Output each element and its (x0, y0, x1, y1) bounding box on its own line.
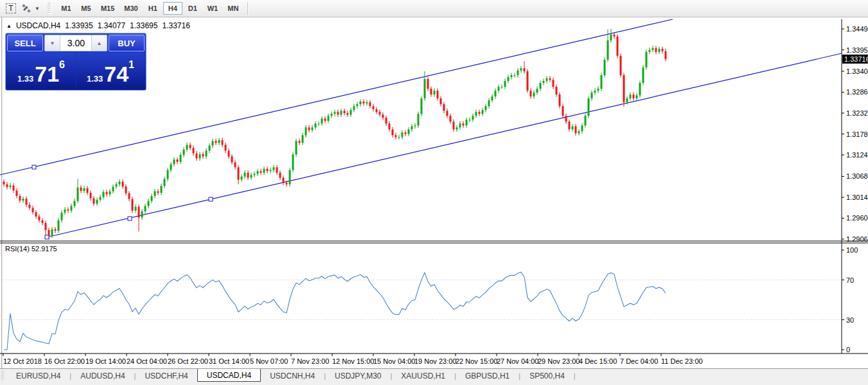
bid-prefix: 1.33 (17, 74, 33, 84)
price-axis-label: 1.32860 (846, 88, 868, 96)
toolbar-separator (247, 2, 249, 15)
chart-tabs-bar: EURUSD,H4 | AUDUSD,H4 | USDCHF,H4 USDCAD… (0, 368, 868, 382)
bid-big-digits: 71 (35, 64, 59, 84)
tab-usdjpy[interactable]: USDJPY,M30 (326, 369, 390, 382)
tab-xauusd[interactable]: XAUUSD,H1 (392, 369, 454, 382)
text-tool-icon: T (6, 3, 16, 13)
channel-handle[interactable] (209, 197, 213, 201)
time-axis-label: 7 Dec 04:00 (620, 357, 658, 365)
ask-pipette: 1 (128, 54, 134, 76)
rsi-axis-label: 30 (846, 316, 854, 324)
time-axis-label: 26 Oct 22:00 (168, 357, 208, 365)
tab-separator: | (574, 369, 576, 382)
tf-button-m5[interactable]: M5 (76, 2, 96, 15)
tab-audusd[interactable]: AUDUSD,H4 (71, 369, 134, 382)
chart-area[interactable]: 1.344951.339551.334001.328601.323201.317… (0, 17, 868, 368)
tab-usdchf[interactable]: USDCHF,H4 (136, 369, 197, 382)
price-axis-label: 1.30685 (846, 172, 868, 180)
channel-handle[interactable] (128, 217, 132, 220)
current-price-value: 1.33716 (844, 55, 868, 63)
time-axis-label: 11 Dec 23:00 (661, 357, 703, 365)
channel-handle[interactable] (32, 165, 36, 169)
tf-button-m1[interactable]: M1 (57, 2, 76, 15)
time-axis-label: 19 Nov 23:00 (414, 357, 456, 365)
time-axis-label: 7 Nov 23:00 (291, 357, 329, 365)
rsi-axis-label: 100 (846, 246, 858, 254)
time-axis-label: 19 Oct 14:00 (85, 357, 126, 365)
symbol-header: ▲ USDCAD,H4 1.33935 1.34077 1.33695 1.33… (6, 21, 190, 30)
objects-arrows-icon (21, 3, 31, 13)
symbol-triangle-icon: ▲ (6, 23, 12, 29)
rsi-axis-label: 70 (846, 276, 854, 284)
volume-stepper: ▼ 3.00 ▲ (44, 35, 107, 51)
objects-tool-button[interactable] (19, 2, 33, 15)
tf-button-h4-active[interactable]: H4 (163, 2, 182, 15)
time-axis-label: 12 Nov 15:00 (332, 357, 374, 365)
buy-button[interactable]: BUY (109, 35, 145, 51)
price-axis-label: 1.29065 (846, 235, 868, 243)
toolbar-grip[interactable] (48, 3, 51, 14)
tf-button-d1[interactable]: D1 (183, 2, 202, 15)
price-axis-label: 1.31780 (846, 130, 868, 138)
time-axis-label: 29 Nov 23:00 (538, 357, 580, 365)
time-axis-label: 16 Oct 22:00 (44, 357, 85, 365)
price-axis-label: 1.34495 (846, 25, 868, 33)
ohlc-close: 1.33716 (162, 21, 190, 30)
text-label-tool-button[interactable]: T (4, 2, 18, 15)
rsi-axis-label: 0 (846, 346, 850, 354)
price-axis-label: 1.31240 (846, 151, 868, 159)
one-click-trading-panel: SELL ▼ 3.00 ▲ BUY 1.33 71 6 1.33 74 1 (5, 33, 146, 91)
time-axis-label: 5 Nov 07:00 (250, 357, 288, 365)
tf-button-h1[interactable]: H1 (143, 2, 163, 15)
time-axis-label: 31 Oct 14:00 (209, 357, 249, 365)
time-axis-label: 15 Nov 04:00 (373, 357, 415, 365)
bid-price-display[interactable]: 1.33 71 6 (7, 53, 75, 89)
rsi-indicator-label: RSI(14) 52.9175 (5, 245, 57, 253)
chevron-down-icon[interactable]: ▼ (35, 6, 40, 12)
volume-input[interactable]: 3.00 (60, 35, 91, 51)
ohlc-low: 1.33695 (130, 21, 157, 30)
tab-sp500[interactable]: SP500,H4 (520, 369, 574, 382)
tab-eurusd[interactable]: EURUSD,H4 (7, 369, 69, 382)
symbol-name: USDCAD,H4 (16, 21, 60, 30)
price-axis-label: 1.30145 (846, 193, 868, 201)
tabs-grip[interactable] (1, 371, 4, 381)
channel-handle[interactable] (45, 235, 49, 239)
tf-button-m15[interactable]: M15 (96, 2, 119, 15)
ohlc-open: 1.33935 (65, 21, 93, 30)
tab-usdcad-active[interactable]: USDCAD,H4 (197, 369, 261, 382)
tf-button-mn[interactable]: MN (223, 2, 243, 15)
time-axis-label: 22 Nov 15:00 (456, 357, 497, 365)
time-axis-label: 24 Oct 04:00 (127, 357, 167, 365)
time-axis-label: 4 Dec 15:00 (579, 357, 617, 365)
top-toolbar: T ▼ M1 M5 M15 M30 H1 H4 D1 W1 MN (0, 0, 868, 17)
price-axis-label: 1.33955 (846, 46, 868, 54)
status-strip (0, 382, 868, 385)
tab-gbpusd[interactable]: GBPUSD,H1 (456, 369, 518, 382)
time-axis-label: 12 Oct 2018 (3, 357, 42, 365)
volume-decrease-button[interactable]: ▼ (45, 35, 60, 51)
bid-pipette: 6 (59, 54, 65, 76)
ask-prefix: 1.33 (87, 74, 103, 84)
channel-lower-line[interactable] (47, 53, 842, 237)
price-axis-label: 1.33400 (846, 67, 868, 75)
time-axis-label: 27 Nov 04:00 (497, 357, 538, 365)
rsi-line (4, 273, 666, 350)
volume-increase-button[interactable]: ▲ (91, 35, 107, 51)
tf-button-m30[interactable]: M30 (120, 2, 142, 15)
price-axis-label: 1.29605 (846, 214, 868, 222)
ohlc-high: 1.34077 (98, 21, 125, 30)
ask-big-digits: 74 (104, 64, 128, 84)
mt4-window: T ▼ M1 M5 M15 M30 H1 H4 D1 W1 MN 1.34495… (0, 0, 868, 385)
sell-button[interactable]: SELL (7, 35, 43, 51)
tf-button-w1[interactable]: W1 (203, 2, 223, 15)
tab-usdcnh[interactable]: USDCNH,H4 (261, 369, 324, 382)
price-axis-label: 1.32320 (846, 109, 868, 117)
ask-price-display[interactable]: 1.33 74 1 (76, 53, 145, 89)
